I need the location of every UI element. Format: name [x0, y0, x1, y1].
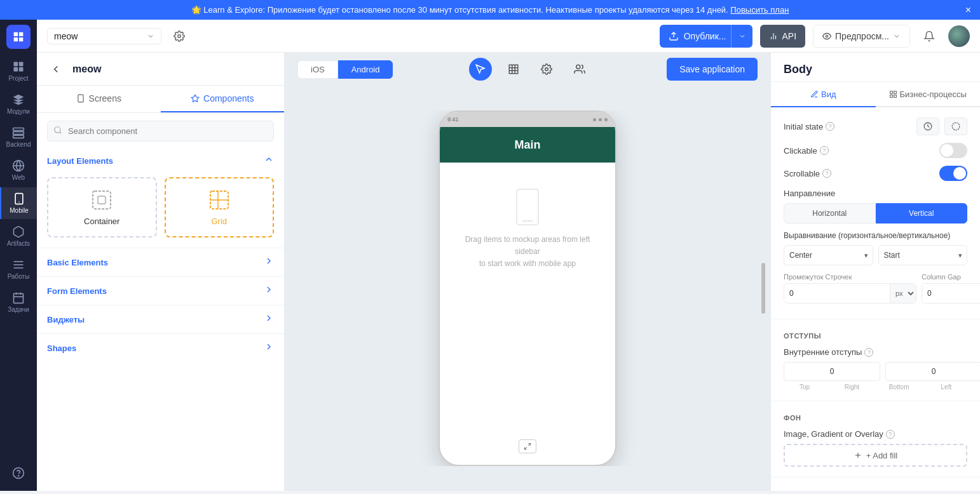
panel-title: meow [72, 63, 101, 75]
bg-label-row: Image, Gradient or Overlay ? [784, 429, 967, 439]
app-name: meow [54, 31, 142, 41]
tab-components[interactable]: Components [161, 86, 285, 112]
sidebar-item-mobile[interactable]: Mobile [0, 187, 37, 219]
padding-right-input[interactable] [885, 362, 980, 381]
svg-rect-9 [15, 194, 23, 204]
state-btn-dashed[interactable] [944, 117, 967, 135]
collaborate-btn[interactable] [568, 58, 591, 81]
scrollable-info[interactable]: ? [822, 169, 831, 178]
frame-tool-btn[interactable] [502, 58, 525, 81]
sidebar-item-project[interactable]: Project [0, 55, 37, 87]
back-btn[interactable] [47, 60, 65, 78]
sidebar-item-web[interactable]: Web [0, 154, 37, 186]
phone-signal-dots [593, 118, 608, 121]
right-panel-tabs: Вид Бизнес-процессы [771, 82, 980, 107]
scrollable-toggle[interactable] [939, 166, 967, 181]
padding-grid [784, 362, 967, 381]
align-row: Center Start End Space Between Start Cen… [784, 245, 967, 265]
svg-rect-26 [93, 191, 111, 209]
svg-rect-3 [19, 67, 24, 72]
app-selector[interactable]: meow [47, 28, 161, 44]
phone-dot-1 [593, 118, 596, 121]
user-avatar[interactable] [948, 25, 970, 47]
save-application-btn[interactable]: Save application [667, 58, 758, 81]
padding-label-bottom: Bottom [878, 384, 920, 391]
component-container[interactable]: Container [47, 177, 157, 237]
widgets-section[interactable]: Виджеты [37, 305, 284, 333]
direction-btns: Horizontal Vertical [784, 203, 967, 224]
settings-icon-btn[interactable] [169, 26, 189, 46]
shapes-section[interactable]: Shapes [37, 333, 284, 362]
svg-rect-1 [19, 62, 24, 67]
align-v-select[interactable]: Start Center End [878, 245, 968, 265]
canvas-frame: iOS Android [285, 53, 770, 491]
add-fill-btn[interactable]: + Add fill [784, 444, 967, 467]
col-gap-input-row: px% [922, 283, 980, 304]
search-box [47, 121, 274, 142]
svg-point-24 [55, 126, 60, 132]
row-gap-unit[interactable]: px% [890, 284, 916, 303]
sidebar-item-modules[interactable]: Модули [0, 88, 37, 120]
tab-view[interactable]: Вид [771, 82, 876, 107]
sidebar-item-backend[interactable]: Backend [0, 121, 37, 153]
col-gap-input[interactable] [922, 284, 980, 303]
align-h-select[interactable]: Center Start End Space Between [784, 245, 873, 265]
layout-elements-section[interactable]: Layout Elements [37, 149, 284, 172]
row-gap-input[interactable] [784, 284, 890, 303]
tab-components-label: Components [203, 93, 254, 103]
preview-btn[interactable]: Предпросм... [813, 25, 910, 48]
padding-label-top: Top [784, 384, 826, 391]
left-panel: meow Screens Components [37, 53, 285, 491]
publish-icon [669, 31, 679, 41]
tab-screens-label: Screens [89, 93, 121, 103]
phone-frame: 9:41 Main [439, 110, 616, 466]
search-input[interactable] [47, 121, 274, 142]
scrollable-row: Scrollable ? [784, 166, 967, 181]
sidebar-item-works[interactable]: Работы [0, 253, 37, 285]
direction-horizontal[interactable]: Horizontal [784, 203, 876, 224]
tab-screens[interactable]: Screens [37, 86, 161, 112]
bg-section: ФОН Image, Gradient or Overlay ? + Add f… [771, 401, 980, 477]
canvas-settings-btn[interactable] [535, 58, 558, 81]
publish-dropdown-arrow[interactable] [731, 25, 752, 48]
clock-icon [923, 122, 932, 131]
sidebar-label-works: Работы [8, 273, 30, 280]
help-icon-btn[interactable] [8, 463, 29, 483]
component-grid[interactable]: Grid [165, 177, 275, 237]
sidebar-item-artifacts[interactable]: Artifacts [0, 220, 37, 252]
layout-elements-title: Layout Elements [47, 156, 113, 166]
clickable-row: Clickable ? [784, 143, 967, 158]
api-btn[interactable]: API [760, 25, 805, 48]
basic-elements-section[interactable]: Basic Elements [37, 248, 284, 276]
tab-ios[interactable]: iOS [297, 60, 338, 79]
direction-section: Направление Horizontal Vertical [784, 189, 967, 224]
phone-wrapper: 9:41 Main [285, 110, 770, 466]
inner-padding-info[interactable]: ? [864, 348, 873, 357]
expand-canvas-btn[interactable] [519, 439, 536, 453]
banner-link[interactable]: Повысить план [730, 5, 789, 15]
close-banner-btn[interactable]: × [965, 4, 971, 16]
clickable-toggle[interactable] [939, 143, 967, 158]
form-elements-section[interactable]: Form Elements [37, 276, 284, 305]
direction-vertical[interactable]: Vertical [876, 203, 968, 224]
state-btn-clock[interactable] [916, 117, 939, 135]
notification-btn[interactable] [918, 25, 941, 48]
clickable-info[interactable]: ? [820, 146, 829, 155]
padding-top-input[interactable] [784, 362, 880, 381]
select-tool-btn[interactable] [469, 58, 492, 81]
svg-point-20 [178, 34, 181, 37]
panel-header: meow [37, 53, 284, 86]
sidebar-item-tasks[interactable]: Задачи [0, 286, 37, 318]
canvas-scrollbar[interactable] [761, 263, 765, 314]
publish-btn[interactable]: Опублик... [660, 25, 753, 48]
phone-empty-icon [512, 188, 543, 226]
bg-info[interactable]: ? [886, 430, 895, 439]
tab-business-processes[interactable]: Бизнес-процессы [876, 82, 981, 107]
tab-android[interactable]: Android [338, 60, 393, 79]
initial-state-info[interactable]: ? [826, 122, 834, 131]
add-fill-plus-icon [854, 451, 862, 460]
svg-rect-5 [13, 131, 24, 134]
container-icon [90, 189, 113, 211]
svg-rect-44 [894, 95, 896, 97]
logo-btn[interactable] [6, 25, 31, 49]
